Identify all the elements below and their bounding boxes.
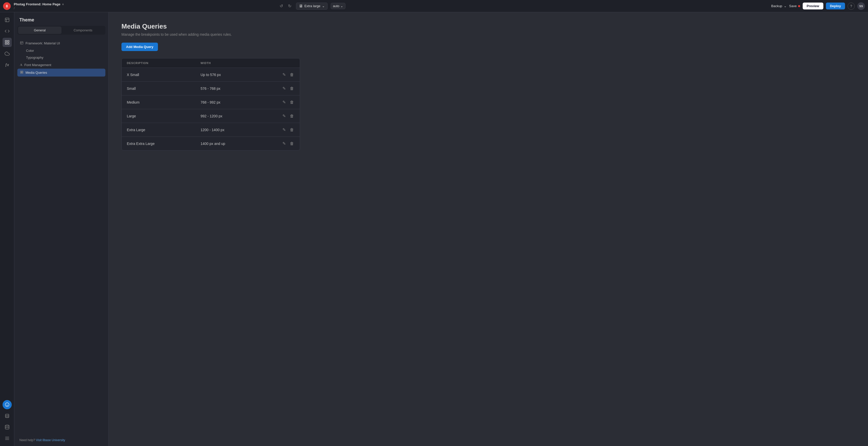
deploy-button[interactable]: Deploy: [826, 3, 845, 9]
edit-button[interactable]: ✎: [282, 113, 286, 119]
table-row: X Small Up to 576 px ✎ 🗑: [122, 68, 300, 82]
undo-button[interactable]: ↺: [278, 3, 284, 9]
topbar: 8 Photag Frontend: Home Page ∧ / ↺ ↻ 🖥 E…: [0, 0, 868, 12]
table-row: Extra Large 1200 - 1400 px ✎ 🗑: [122, 123, 300, 137]
col-width: WIDTH: [200, 62, 274, 65]
row-width: 576 - 768 px: [200, 87, 274, 91]
svg-rect-5: [5, 43, 7, 44]
sidebar: Theme General Components Framework: Mate…: [14, 12, 109, 446]
row-actions: ✎ 🗑: [274, 113, 295, 119]
sidebar-section: Framework: Material UI Color Typography …: [14, 38, 108, 78]
sidebar-item-framework[interactable]: Framework: Material UI: [17, 39, 105, 47]
nav-layers-icon[interactable]: [3, 411, 12, 420]
save-label: Save: [789, 4, 797, 8]
help-button[interactable]: ?: [847, 3, 855, 10]
svg-rect-0: [5, 18, 9, 22]
sidebar-item-color[interactable]: Color: [17, 47, 105, 54]
add-media-query-button[interactable]: Add Media Query: [121, 42, 158, 51]
footer-link[interactable]: Visit 8base University: [36, 438, 65, 442]
tab-general[interactable]: General: [18, 27, 61, 34]
svg-rect-3: [5, 40, 7, 42]
preview-button[interactable]: Preview: [803, 3, 823, 9]
nav-widget-icon[interactable]: [3, 38, 12, 47]
delete-button[interactable]: 🗑: [289, 113, 295, 119]
delete-button[interactable]: 🗑: [289, 99, 295, 105]
nav-code-icon[interactable]: [3, 27, 12, 36]
table-row: Medium 768 - 992 px ✎ 🗑: [122, 95, 300, 109]
zoom-selector[interactable]: auto ⌄: [331, 3, 345, 9]
topbar-right: Backup ⌄ Save Preview Deploy ? SS: [771, 2, 865, 10]
device-label: Extra large: [304, 4, 320, 8]
font-icon: A: [20, 63, 22, 67]
nav-fx-icon[interactable]: ƒx: [3, 60, 12, 69]
row-width: 768 - 992 px: [200, 100, 274, 104]
col-actions: [274, 62, 295, 65]
help-icon: ?: [850, 4, 852, 8]
row-description: Extra Extra Large: [127, 141, 200, 146]
row-actions: ✎ 🗑: [274, 127, 295, 133]
table-header: DESCRIPTION WIDTH: [122, 58, 300, 68]
page-subtitle: Manage the breakpoints to be used when a…: [121, 32, 855, 36]
edit-button[interactable]: ✎: [282, 85, 286, 92]
nav-bot-icon[interactable]: [3, 400, 12, 409]
nav-cloud-icon[interactable]: [3, 49, 12, 58]
svg-rect-24: [22, 72, 23, 73]
main-layout: ƒx Theme General Components Framework:: [0, 12, 868, 446]
svg-rect-22: [22, 71, 23, 72]
nav-db-icon[interactable]: [3, 422, 12, 432]
svg-point-13: [5, 425, 9, 426]
row-width: 992 - 1200 px: [200, 114, 274, 118]
sidebar-item-typography[interactable]: Typography: [17, 54, 105, 61]
table-row: Small 576 - 768 px ✎ 🗑: [122, 82, 300, 95]
icon-nav: ƒx: [0, 12, 14, 446]
device-chevron-icon: ⌄: [322, 4, 325, 8]
zoom-label: auto: [333, 4, 339, 8]
project-chevron-icon: ∧: [62, 3, 64, 6]
delete-button[interactable]: 🗑: [289, 72, 295, 78]
svg-rect-4: [7, 40, 9, 42]
col-description: DESCRIPTION: [127, 62, 200, 65]
tab-components[interactable]: Components: [61, 27, 105, 34]
save-indicator: [798, 5, 800, 7]
sidebar-item-media-queries[interactable]: Media Queries: [17, 69, 105, 76]
row-description: Extra Large: [127, 128, 200, 132]
table-row: Extra Extra Large 1400 px and up ✎ 🗑: [122, 137, 300, 150]
footer-text: Need help?: [20, 438, 35, 442]
delete-button[interactable]: 🗑: [289, 127, 295, 133]
monitor-icon: 🖥: [299, 4, 303, 8]
svg-rect-17: [21, 41, 23, 44]
edit-button[interactable]: ✎: [282, 140, 286, 147]
sidebar-item-font-management[interactable]: A Font Management: [17, 61, 105, 69]
breadcrumb-slash: /: [14, 6, 64, 10]
row-description: X Small: [127, 73, 200, 77]
svg-rect-23: [21, 72, 22, 73]
app-logo: 8: [3, 2, 11, 10]
svg-point-7: [5, 403, 9, 407]
media-queries-icon: [20, 70, 24, 75]
edit-button[interactable]: ✎: [282, 99, 286, 105]
row-description: Large: [127, 114, 200, 118]
edit-button[interactable]: ✎: [282, 71, 286, 78]
delete-button[interactable]: 🗑: [289, 140, 295, 147]
edit-button[interactable]: ✎: [282, 127, 286, 133]
sidebar-font-label: Font Management: [24, 63, 51, 67]
media-queries-table: DESCRIPTION WIDTH X Small Up to 576 px ✎…: [121, 58, 300, 151]
redo-button[interactable]: ↻: [286, 3, 293, 9]
zoom-chevron-icon: ⌄: [340, 4, 343, 8]
delete-button[interactable]: 🗑: [289, 86, 295, 92]
row-actions: ✎ 🗑: [274, 71, 295, 78]
sidebar-footer: Need help? Visit 8base University: [14, 434, 108, 446]
backup-button[interactable]: Backup ⌄: [771, 4, 786, 8]
row-actions: ✎ 🗑: [274, 85, 295, 92]
row-description: Medium: [127, 100, 200, 104]
framework-icon: [20, 41, 24, 45]
device-selector[interactable]: 🖥 Extra large ⌄: [296, 3, 328, 10]
avatar[interactable]: SS: [857, 2, 865, 10]
backup-label: Backup: [771, 4, 782, 8]
row-width: 1200 - 1400 px: [200, 128, 274, 132]
save-button[interactable]: Save: [789, 4, 800, 8]
nav-settings-icon[interactable]: [3, 434, 12, 443]
nav-page-icon[interactable]: [3, 15, 12, 25]
svg-rect-6: [7, 43, 9, 44]
sidebar-title: Theme: [14, 12, 108, 26]
